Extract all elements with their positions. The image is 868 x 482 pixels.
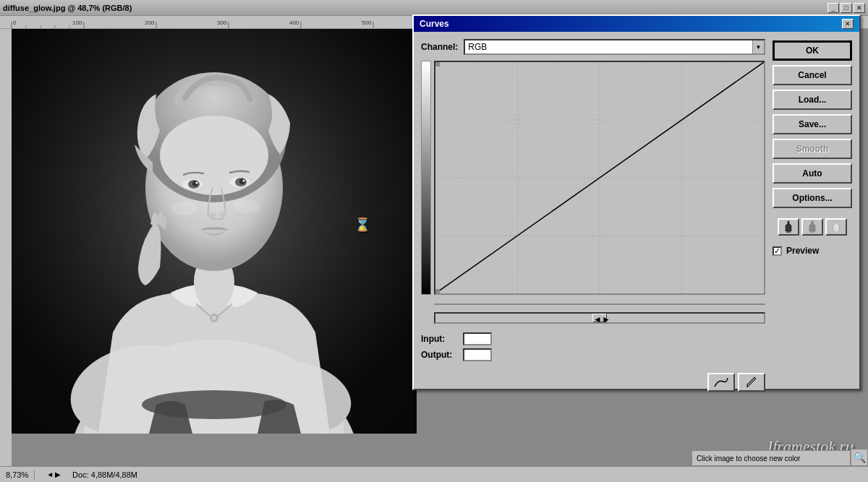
curves-left: Channel: RGB ▼ <box>421 39 765 382</box>
channel-select[interactable]: RGB ▼ <box>464 39 765 55</box>
svg-rect-21 <box>0 29 12 482</box>
save-button[interactable]: Save... <box>773 114 852 134</box>
output-label: Output: <box>421 350 457 360</box>
svg-rect-63 <box>435 62 440 66</box>
svg-rect-67 <box>810 231 814 233</box>
curves-body: Channel: RGB ▼ <box>414 32 859 389</box>
curves-dialog-title: Curves <box>420 19 449 29</box>
curves-dialog: Curves ✕ Channel: RGB ▼ <box>412 14 861 390</box>
hourglass-cursor: ⌛ <box>354 217 370 233</box>
statusbar: 8,73% ◄ ▶ Doc: 4,88M/4,88M <box>0 466 868 482</box>
load-button[interactable]: Load... <box>773 90 852 110</box>
info-text: Click image to choose new color <box>697 455 800 462</box>
main-titlebar: diffuse_glow.jpg @ 48,7% (RGB/8) _ □ ✕ <box>0 0 868 16</box>
input-row: Input: <box>421 332 765 345</box>
black-point-eyedropper[interactable] <box>778 218 799 236</box>
gray-point-eyedropper[interactable] <box>801 218 823 236</box>
svg-point-40 <box>209 213 216 218</box>
gradient-bar-horizontal <box>434 304 765 305</box>
svg-point-43 <box>234 199 260 213</box>
curve-pencil-tool[interactable] <box>738 373 765 392</box>
channel-row: Channel: RGB ▼ <box>421 39 765 55</box>
output-field[interactable] <box>463 348 492 361</box>
curves-close-button[interactable]: ✕ <box>842 19 854 29</box>
svg-point-42 <box>171 201 197 215</box>
svg-point-39 <box>243 180 245 182</box>
preview-label: Preview <box>786 246 819 256</box>
ok-button[interactable]: OK <box>773 40 852 61</box>
info-panel: Click image to choose new color <box>692 450 851 466</box>
svg-text:0: 0 <box>13 20 17 26</box>
gradient-bar-vertical <box>421 61 431 295</box>
maximize-button[interactable]: □ <box>841 3 852 13</box>
svg-rect-66 <box>786 231 791 233</box>
input-field[interactable] <box>463 332 492 345</box>
curves-graph-area[interactable] <box>434 61 765 295</box>
curves-titlebar: Curves ✕ <box>414 16 859 32</box>
curves-right-buttons: OK Cancel Load... Save... Smooth Auto Op… <box>773 39 852 382</box>
options-button[interactable]: Options... <box>773 188 852 208</box>
svg-rect-64 <box>435 289 440 293</box>
close-button[interactable]: ✕ <box>854 3 865 13</box>
channel-value: RGB <box>468 42 487 52</box>
ruler-left <box>0 29 12 482</box>
cancel-button[interactable]: Cancel <box>773 65 852 85</box>
input-label: Input: <box>421 334 457 344</box>
zoom-level: 8,73% <box>6 470 35 479</box>
svg-point-35 <box>196 182 198 184</box>
eyedropper-tools-row <box>773 218 852 236</box>
svg-text:300: 300 <box>217 20 227 26</box>
channel-label: Channel: <box>421 42 458 52</box>
nav-controls: ◄ ▶ <box>46 470 61 478</box>
auto-button[interactable]: Auto <box>773 163 852 184</box>
smooth-button[interactable]: Smooth <box>773 139 852 159</box>
play-button[interactable]: ▶ <box>55 470 61 478</box>
curves-graph-container <box>421 61 765 295</box>
doc-size: Doc: 4,88M/4,88M <box>72 470 137 479</box>
white-point-eyedropper[interactable] <box>825 218 847 236</box>
curve-tools-row <box>434 373 765 392</box>
canvas-area: diffuse_glow.jpg @ 48,7% (RGB/8) _ □ ✕ 0… <box>0 0 868 482</box>
minimize-button[interactable]: _ <box>827 3 839 13</box>
svg-rect-68 <box>834 231 838 233</box>
channel-dropdown-icon[interactable]: ▼ <box>752 40 764 53</box>
svg-text:200: 200 <box>145 20 155 26</box>
magnify-icon-corner[interactable]: 🔍 <box>851 449 868 466</box>
curves-title-buttons: ✕ <box>842 19 854 29</box>
window-title: diffuse_glow.jpg @ 48,7% (RGB/8) <box>3 4 132 12</box>
svg-point-45 <box>212 316 216 320</box>
preview-checkbox[interactable]: ✓ <box>773 246 782 256</box>
prev-button[interactable]: ◄ <box>46 470 54 478</box>
svg-point-46 <box>142 390 286 419</box>
output-row: Output: <box>421 348 765 361</box>
preview-row: ✓ Preview <box>773 246 852 256</box>
svg-text:400: 400 <box>289 20 299 26</box>
svg-point-41 <box>219 212 226 218</box>
svg-text:100: 100 <box>72 20 82 26</box>
io-section: Input: Output: <box>421 332 765 361</box>
curve-draw-tool[interactable] <box>707 373 735 392</box>
svg-text:500: 500 <box>362 20 372 26</box>
curves-canvas[interactable] <box>434 61 765 295</box>
svg-point-31 <box>160 116 268 195</box>
scroll-thumb[interactable]: ◄► <box>592 314 607 322</box>
scrollbar[interactable]: ◄► <box>434 312 765 324</box>
